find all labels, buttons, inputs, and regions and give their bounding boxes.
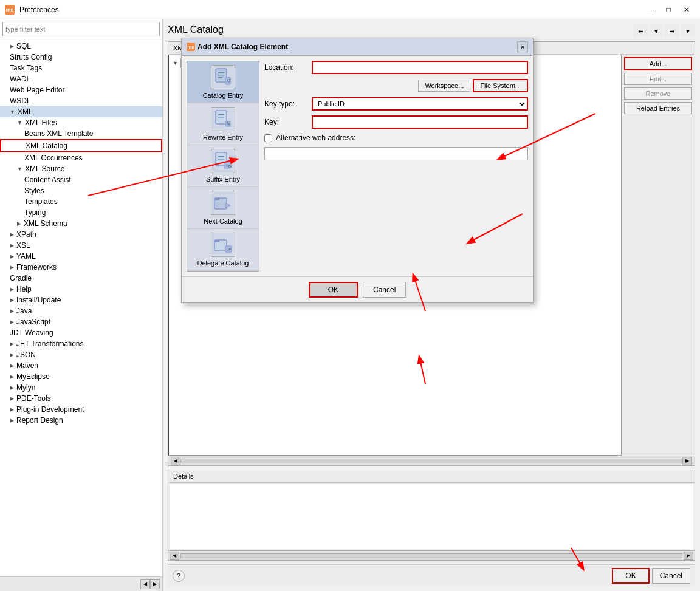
alt-web-input-row — [264, 147, 528, 160]
alt-web-checkbox[interactable] — [264, 134, 272, 142]
sidebar-item-webpageeditor[interactable]: Web Page Editor — [0, 84, 162, 95]
sidebar-item-label: PDE-Tools — [16, 394, 51, 403]
svg-rect-12 — [218, 159, 224, 160]
sidebar-item-xmlfiles[interactable]: ▼ XML Files — [0, 117, 162, 128]
reload-entries-button[interactable]: Reload Entries — [624, 102, 692, 114]
sidebar-item-wadl[interactable]: WADL — [0, 73, 162, 84]
modal-app-icon: me — [187, 43, 195, 51]
sidebar-item-xmlsource[interactable]: ▼ XML Source — [0, 163, 162, 174]
details-scroll-right[interactable]: ▶ — [684, 552, 693, 560]
help-button[interactable]: ? — [173, 570, 185, 582]
sidebar-bottom: ◀ ▶ — [0, 576, 162, 591]
sidebar-item-sql[interactable]: ▶ SQL — [0, 41, 162, 52]
file-system-button[interactable]: File System... — [473, 79, 528, 92]
entry-type-catalog-entry[interactable]: ↺ Catalog Entry — [187, 61, 259, 103]
sidebar-item-label: XML Files — [25, 118, 57, 127]
entry-type-rewrite-entry[interactable]: ✎ Rewrite Entry — [187, 103, 259, 145]
sidebar-item-label: Styles — [24, 186, 44, 195]
sidebar-item-xmlschema[interactable]: ▶ XML Schema — [0, 218, 162, 229]
minimize-button[interactable]: — — [642, 3, 659, 16]
edit-button[interactable]: Edit... — [624, 73, 692, 85]
sidebar-item-jdtweaving[interactable]: JDT Weaving — [0, 327, 162, 338]
sidebar-item-java[interactable]: ▶ Java — [0, 306, 162, 316]
nav-buttons: ⬅ ▼ ➡ ▼ — [633, 24, 695, 38]
nav-dropdown-button[interactable]: ▼ — [649, 24, 664, 38]
sidebar-item-contentassist[interactable]: Content Assist — [0, 174, 162, 185]
sidebar-item-wsdl[interactable]: WSDL — [0, 95, 162, 106]
sidebar-item-maven[interactable]: ▶ Maven — [0, 360, 162, 371]
sidebar-item-label: Content Assist — [24, 176, 71, 184]
sidebar-scroll-left[interactable]: ◀ — [140, 579, 150, 589]
modal-close-button[interactable]: ✕ — [517, 41, 528, 52]
remove-button[interactable]: Remove — [624, 87, 692, 100]
sidebar-item-xmlcatalog[interactable]: XML Catalog — [0, 139, 162, 152]
sidebar-item-typing[interactable]: Typing — [0, 207, 162, 218]
sidebar-item-yaml[interactable]: ▶ YAML — [0, 251, 162, 262]
modal-cancel-button[interactable]: Cancel — [363, 282, 406, 298]
sidebar-scroll-right[interactable]: ▶ — [150, 579, 160, 589]
entry-type-delegate-catalog[interactable]: ↗ Delegate Catalog — [187, 229, 259, 271]
sidebar-item-label: XSL — [16, 241, 30, 250]
add-button[interactable]: Add... — [624, 57, 692, 70]
keytype-select[interactable]: Public ID System ID URI — [312, 97, 528, 111]
sidebar-item-reportdesign[interactable]: ▶ Report Design — [0, 415, 162, 426]
entry-type-suffix-entry[interactable]: +fx Suffix Entry — [187, 145, 259, 187]
h-scroll-right[interactable]: ▶ — [682, 457, 692, 465]
sidebar-item-json[interactable]: ▶ JSON — [0, 349, 162, 360]
details-scroll-left[interactable]: ◀ — [170, 552, 179, 560]
sidebar-item-myeclipse[interactable]: ▶ MyEclipse — [0, 371, 162, 382]
sidebar-item-templates[interactable]: Templates — [0, 196, 162, 207]
sidebar-item-help[interactable]: ▶ Help — [0, 284, 162, 295]
filter-input[interactable] — [2, 22, 160, 36]
rewrite-entry-label: Rewrite Entry — [203, 134, 243, 141]
sidebar-item-xpath[interactable]: ▶ XPath — [0, 229, 162, 240]
close-button[interactable]: ✕ — [678, 3, 695, 16]
catalog-h-scrollbar: ◀ ▶ — [168, 456, 695, 465]
next-catalog-label: Next Catalog — [204, 217, 242, 225]
nav-fwd-dropdown-button[interactable]: ▼ — [681, 24, 695, 38]
sidebar-item-plugindev[interactable]: ▶ Plug-in Development — [0, 404, 162, 415]
sidebar-item-beansxml[interactable]: Beans XML Template — [0, 128, 162, 139]
sidebar-item-label: Mylyn — [16, 383, 35, 392]
modal-footer: OK Cancel — [182, 276, 533, 302]
alt-web-row: Alternative web address: — [264, 134, 528, 142]
svg-rect-7 — [218, 114, 224, 115]
sidebar-item-struts[interactable]: Struts Config — [0, 52, 162, 63]
key-input[interactable] — [312, 115, 528, 129]
alt-web-input[interactable] — [264, 147, 528, 160]
window-title: Preferences — [19, 5, 637, 14]
tree-arrow-xml: ▼ — [10, 109, 15, 115]
sidebar-item-label: Web Page Editor — [10, 86, 65, 94]
details-header: Details — [168, 470, 695, 483]
h-scroll-track[interactable] — [180, 459, 682, 463]
file-buttons-row: Workspace... File System... — [264, 79, 528, 92]
nav-back-button[interactable]: ⬅ — [633, 24, 648, 38]
sidebar-item-label: Java — [16, 307, 32, 315]
nav-fwd-button[interactable]: ➡ — [665, 24, 679, 38]
sidebar-item-xmloccurrences[interactable]: XML Occurrences — [0, 152, 162, 163]
sidebar-item-javascript[interactable]: ▶ JavaScript — [0, 316, 162, 327]
main-ok-button[interactable]: OK — [612, 568, 649, 584]
sidebar-item-styles[interactable]: Styles — [0, 185, 162, 196]
entry-type-next-catalog[interactable]: Next Catalog — [187, 187, 259, 229]
sidebar-item-mylyn[interactable]: ▶ Mylyn — [0, 382, 162, 393]
details-scroll-track[interactable] — [180, 553, 682, 558]
modal-ok-button[interactable]: OK — [309, 282, 358, 298]
sidebar-item-pdetools[interactable]: ▶ PDE-Tools — [0, 393, 162, 404]
sidebar-item-label: MyEclipse — [16, 372, 50, 381]
modal-entry-types: ↺ Catalog Entry ✎ Rewrite Entry +fx Suff… — [187, 61, 259, 272]
main-cancel-button[interactable]: Cancel — [652, 568, 690, 584]
sidebar-item-tasktags[interactable]: Task Tags — [0, 63, 162, 73]
svg-text:+fx: +fx — [225, 163, 232, 169]
h-scroll-left[interactable]: ◀ — [171, 457, 180, 465]
sidebar-item-xsl[interactable]: ▶ XSL — [0, 240, 162, 251]
workspace-button[interactable]: Workspace... — [418, 80, 470, 92]
maximize-button[interactable]: □ — [660, 3, 677, 16]
location-input[interactable] — [312, 61, 528, 74]
sidebar-item-installupdae[interactable]: ▶ Install/Update — [0, 295, 162, 306]
sidebar-item-xml[interactable]: ▼ XML — [0, 106, 162, 117]
sidebar-item-frameworks[interactable]: ▶ Frameworks — [0, 262, 162, 273]
sidebar-item-gradle[interactable]: Gradle — [0, 273, 162, 284]
sidebar-item-jettransformations[interactable]: ▶ JET Transformations — [0, 338, 162, 349]
titlebar: me Preferences — □ ✕ — [0, 0, 700, 19]
